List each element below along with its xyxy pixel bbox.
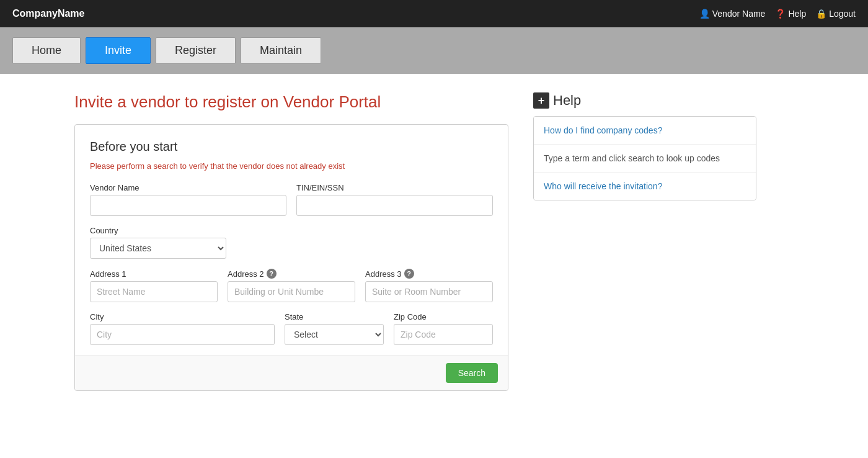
zipcode-group: Zip Code — [394, 312, 493, 345]
user-icon: 👤 — [699, 9, 710, 19]
address-row: Address 1 Address 2 ? Address 3 ? — [90, 269, 493, 302]
help-circle-icon: ❓ — [775, 9, 786, 19]
page-title: Invite a vendor to register on Vendor Po… — [74, 92, 508, 112]
address3-label: Address 3 ? — [365, 269, 493, 279]
country-select[interactable]: United States — [90, 238, 226, 259]
country-group: Country United States — [90, 226, 493, 259]
help-item-2: Type a term and click search to look up … — [534, 145, 756, 173]
vendor-name-label: Vendor Name — [712, 9, 766, 19]
help-item-1: How do I find company codes? — [534, 117, 756, 145]
help-title-text: Help — [553, 92, 581, 109]
logout-link[interactable]: 🔒 Logout — [816, 9, 856, 19]
page-title-highlight: Portal — [339, 92, 381, 111]
address2-label: Address 2 ? — [228, 269, 355, 279]
invite-button[interactable]: Invite — [86, 37, 151, 64]
form-card: Before you start Please perform a search… — [74, 124, 508, 391]
sub-nav: Home Invite Register Maintain — [0, 27, 868, 74]
city-state-zip-row: City State Select Zip Code — [90, 312, 493, 345]
form-footer: Search — [75, 355, 508, 390]
vendor-name-link[interactable]: 👤 Vendor Name — [699, 9, 766, 19]
help-link[interactable]: ❓ Help — [775, 9, 806, 19]
lock-icon: 🔒 — [816, 9, 826, 19]
help-plus-icon: + — [533, 92, 549, 109]
country-row: Country United States — [90, 226, 493, 259]
city-label: City — [90, 312, 275, 321]
vendor-tin-row: Vendor Name TIN/EIN/SSN — [90, 183, 493, 216]
search-button[interactable]: Search — [446, 363, 498, 383]
state-label: State — [285, 312, 384, 321]
address2-group: Address 2 ? — [228, 269, 355, 302]
tin-group: TIN/EIN/SSN — [296, 183, 493, 216]
zipcode-label: Zip Code — [394, 312, 493, 321]
help-card: How do I find company codes? Type a term… — [533, 116, 756, 200]
address3-input[interactable] — [365, 281, 493, 302]
help-link-1[interactable]: How do I find company codes? — [544, 125, 662, 135]
vendor-name-field-label: Vendor Name — [90, 183, 286, 192]
logout-label: Logout — [829, 9, 856, 19]
city-input[interactable] — [90, 324, 275, 345]
page-title-text: Invite a vendor to register on Vendor — [74, 92, 339, 111]
address1-label: Address 1 — [90, 269, 218, 279]
home-button[interactable]: Home — [12, 37, 81, 64]
brand: CompanyName — [12, 8, 84, 19]
country-label: Country — [90, 226, 493, 235]
vendor-name-group: Vendor Name — [90, 183, 286, 216]
address1-group: Address 1 — [90, 269, 218, 302]
register-button[interactable]: Register — [156, 37, 236, 64]
vendor-name-input[interactable] — [90, 195, 286, 216]
top-nav: CompanyName 👤 Vendor Name ❓ Help 🔒 Logou… — [0, 0, 868, 27]
help-label: Help — [788, 9, 806, 19]
state-group: State Select — [285, 312, 384, 345]
tin-input[interactable] — [296, 195, 493, 216]
help-link-2[interactable]: Who will receive the invitation? — [544, 181, 662, 191]
main-content: Invite a vendor to register on Vendor Po… — [0, 74, 868, 410]
top-nav-right: 👤 Vendor Name ❓ Help 🔒 Logout — [699, 9, 856, 19]
address2-input[interactable] — [228, 281, 355, 302]
maintain-button[interactable]: Maintain — [241, 37, 321, 64]
address1-input[interactable] — [90, 281, 218, 302]
help-item-3: Who will receive the invitation? — [534, 173, 756, 200]
zipcode-input[interactable] — [394, 324, 493, 345]
address2-help-icon: ? — [267, 269, 277, 279]
form-subtitle: Please perform a search to verify that t… — [90, 161, 493, 171]
address3-help-icon: ? — [404, 269, 414, 279]
right-panel: + Help How do I find company codes? Type… — [533, 92, 756, 200]
form-heading: Before you start — [90, 140, 493, 154]
left-panel: Invite a vendor to register on Vendor Po… — [74, 92, 508, 391]
help-title: + Help — [533, 92, 756, 109]
state-select[interactable]: Select — [285, 324, 384, 345]
city-group: City — [90, 312, 275, 345]
tin-field-label: TIN/EIN/SSN — [296, 183, 493, 192]
address3-group: Address 3 ? — [365, 269, 493, 302]
help-text-1: Type a term and click search to look up … — [544, 153, 746, 163]
